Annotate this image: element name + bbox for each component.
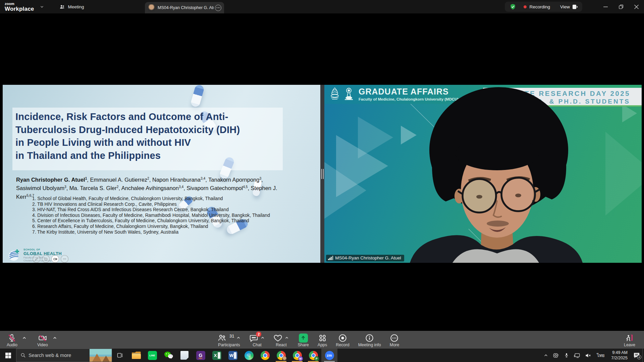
taskbar-excel[interactable]: X — [209, 349, 225, 362]
slide-title-line: Incidence, Risk Factors and Outcome of A… — [15, 110, 240, 123]
chrome-icon — [277, 351, 286, 360]
tray-hidden-icons-button[interactable] — [541, 349, 550, 362]
leave-button[interactable]: Leave — [624, 333, 635, 347]
apps-button[interactable]: Apps — [318, 333, 327, 347]
view-button[interactable]: View — [560, 4, 578, 9]
recording-dot-icon — [524, 5, 527, 8]
taskbar-chrome-profile-m[interactable]: M — [289, 349, 305, 362]
excel-icon: X — [212, 351, 221, 360]
slide-title-line: in Thailand and the Philippines — [15, 149, 240, 162]
affiliation-item: 2. TB HIV Innovations and Clinical Resea… — [32, 202, 270, 207]
react-button[interactable]: React — [273, 333, 289, 347]
security-shield-icon[interactable] — [509, 3, 516, 10]
people-icon — [59, 4, 65, 10]
windows-logo-icon — [5, 353, 11, 358]
taskbar-zoom-active[interactable]: zm — [321, 349, 337, 362]
speaker-muted-icon — [585, 353, 591, 358]
globe-icon — [7, 248, 21, 262]
share-label: Share — [298, 343, 309, 347]
participants-options-chevron[interactable] — [236, 336, 240, 340]
tab-more-button[interactable] — [215, 5, 221, 11]
video-options-chevron[interactable] — [53, 333, 57, 343]
drag-handle-icon — [321, 169, 324, 179]
shared-screen-slide: Incidence, Risk Factors and Outcome of A… — [3, 85, 320, 263]
apps-grid-icon — [318, 334, 327, 343]
tab-presentation[interactable]: MS04-Ryan Christopher G. Atuel's — [145, 2, 224, 13]
tray-date: 7/2/2025 — [611, 355, 628, 361]
taskbar-search[interactable] — [16, 349, 112, 362]
taskbar-edge[interactable] — [241, 349, 257, 362]
speech-bubble-icon: 2 — [249, 334, 258, 343]
workspace-switcher[interactable]: zoom Workplace — [5, 2, 34, 12]
participants-button[interactable]: 31 Participants — [217, 333, 240, 347]
chat-options-chevron[interactable] — [261, 336, 265, 340]
taskbar-foxit-pdf[interactable]: G PDF — [193, 349, 209, 362]
microphone-muted-icon — [7, 334, 16, 343]
chrome-icon: M — [293, 351, 302, 360]
wechat-icon — [164, 351, 173, 360]
slideshow-more-button[interactable] — [61, 255, 68, 263]
taskbar-word[interactable]: W — [225, 349, 241, 362]
affiliation-item: 5. Center of Excellence in Tuberculosis,… — [32, 218, 270, 224]
tray-microphone-button[interactable] — [561, 349, 572, 362]
chevron-down-icon[interactable] — [40, 5, 44, 9]
share-screen-icon — [299, 334, 308, 343]
notification-center-button[interactable]: 4 — [631, 349, 642, 362]
meeting-content-area: Incidence, Risk Factors and Outcome of A… — [0, 13, 644, 331]
react-options-chevron[interactable] — [285, 336, 289, 340]
slideshow-camera-button[interactable] — [51, 255, 59, 263]
audio-button[interactable]: Audio — [7, 333, 17, 347]
window-restore-button[interactable] — [613, 0, 629, 13]
window-close-button[interactable] — [629, 0, 644, 13]
tray-display-button[interactable] — [572, 349, 583, 362]
taskbar-chrome-profile-p[interactable]: P — [305, 349, 321, 362]
slideshow-pen-button[interactable] — [33, 255, 40, 263]
sticky-notes-icon — [180, 351, 189, 360]
affiliation-item: 4. Division of Infectious Diseases, Facu… — [32, 213, 270, 219]
window-minimize-button[interactable] — [598, 0, 613, 13]
search-input[interactable] — [29, 353, 82, 358]
taskbar-chrome-profile-1[interactable] — [273, 349, 289, 362]
task-view-icon — [117, 352, 123, 359]
titlebar-right-controls: Recording View — [505, 0, 644, 13]
video-button[interactable]: Video — [37, 333, 48, 347]
leave-label: Leave — [624, 343, 635, 347]
clock[interactable]: 9:49 AM 7/2/2025 — [608, 350, 631, 361]
show-desktop-strip[interactable] — [642, 349, 644, 362]
search-highlight-image[interactable] — [90, 349, 112, 362]
windows-taskbar: LINE G PDF X W — [0, 349, 644, 362]
record-button[interactable]: Record — [336, 333, 349, 347]
share-button[interactable]: Share — [298, 333, 309, 347]
taskbar-chrome[interactable] — [257, 349, 273, 362]
window-titlebar: zoom Workplace Meeting MS04-Ryan Christo… — [0, 0, 644, 13]
connection-signal-icon — [328, 256, 333, 260]
author: , Ma. Tarcela S. Gler2 — [66, 185, 119, 191]
more-button[interactable]: More — [390, 333, 399, 347]
meeting-info-button[interactable]: Meeting info — [358, 333, 381, 347]
participant-video-person — [324, 85, 642, 263]
chat-button[interactable]: 2 Chat — [249, 333, 265, 347]
taskbar-line[interactable]: LINE — [144, 349, 160, 362]
slideshow-slides-button[interactable] — [42, 255, 50, 263]
record-label: Record — [336, 343, 349, 347]
word-icon: W — [228, 351, 237, 360]
language-indicator[interactable]: ไทย — [594, 352, 608, 359]
tab-meeting[interactable]: Meeting — [59, 4, 84, 10]
tray-volume-button[interactable] — [583, 349, 594, 362]
taskbar-sticky-notes[interactable] — [176, 349, 193, 362]
audio-options-chevron[interactable] — [22, 333, 26, 343]
panel-resize-divider[interactable] — [320, 85, 324, 263]
tray-time: 9:49 AM — [611, 350, 628, 355]
recording-indicator[interactable]: Recording — [529, 4, 550, 9]
taskbar-wechat[interactable] — [160, 349, 176, 362]
slideshow-overlay-controls — [33, 255, 68, 263]
profile-m-badge: M — [298, 356, 303, 361]
chrome-icon: P — [309, 351, 318, 360]
tray-camera-button[interactable] — [550, 349, 561, 362]
task-view-button[interactable] — [112, 349, 128, 362]
affiliation-item: 1. School of Global Health, Faculty of M… — [32, 196, 270, 202]
profile-p-badge: P — [314, 356, 319, 361]
start-button[interactable] — [0, 349, 16, 362]
meeting-info-label: Meeting info — [358, 343, 381, 347]
taskbar-file-explorer[interactable] — [128, 349, 144, 362]
